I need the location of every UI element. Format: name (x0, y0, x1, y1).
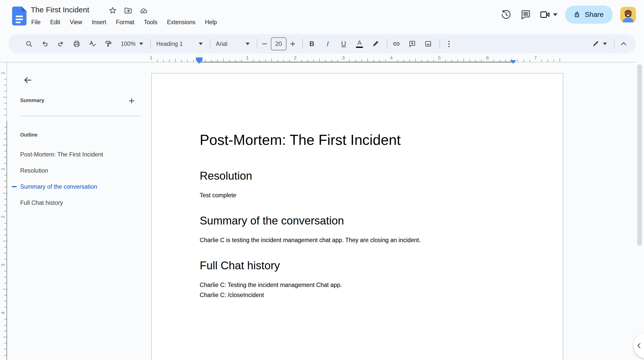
ruler-tick (397, 60, 398, 62)
doc-heading[interactable]: Full Chat history (200, 259, 517, 272)
menu-view[interactable]: View (69, 18, 83, 26)
ruler-tick (4, 343, 7, 343)
ruler-tick (253, 60, 254, 62)
editing-mode-select[interactable] (590, 37, 609, 51)
close-outline-button[interactable] (21, 74, 34, 87)
italic-button[interactable]: I (322, 37, 333, 51)
menu-file[interactable]: File (31, 18, 41, 26)
vruler-line-margin (7, 121, 7, 360)
bold-button[interactable]: B (306, 37, 317, 51)
paragraph-style-select[interactable]: Heading 1 (154, 37, 205, 51)
ruler-tick (445, 60, 446, 62)
document-page[interactable]: Post-Mortem: The First Incident Resoluti… (151, 73, 563, 360)
undo-button[interactable] (39, 37, 50, 51)
cloud-saved-icon[interactable] (139, 6, 148, 15)
font-caret (246, 43, 250, 45)
vertical-ruler[interactable]: 11234 (0, 62, 8, 360)
ruler-tick (325, 60, 326, 62)
insert-image-button[interactable] (423, 37, 434, 51)
ruler-tick (505, 60, 506, 62)
text-color-swatch (356, 47, 363, 48)
menu-edit[interactable]: Edit (50, 18, 61, 26)
print-button[interactable] (71, 37, 82, 51)
ruler-number: 3 (342, 55, 345, 61)
add-comment-button[interactable] (407, 37, 418, 51)
kebab-icon (448, 41, 450, 47)
doc-heading[interactable]: Resolution (200, 169, 517, 182)
link-icon (393, 40, 400, 48)
vertical-scrollbar[interactable] (637, 64, 642, 246)
history-icon (501, 9, 512, 20)
star-icon[interactable] (108, 6, 117, 15)
increase-font-size-button[interactable] (289, 37, 297, 51)
ruler-tick (361, 60, 362, 62)
doc-heading-title[interactable]: Post-Mortem: The First Incident (200, 131, 517, 149)
first-line-indent-marker[interactable] (196, 57, 202, 60)
ruler-tick (4, 181, 7, 181)
outline-item[interactable]: Summary of the conversation (20, 179, 139, 195)
ruler-tick (3, 145, 7, 145)
ruler-tick (271, 58, 272, 62)
ruler-tick (223, 58, 224, 62)
ruler-tick (523, 60, 524, 62)
ruler-tick (355, 60, 356, 62)
google-docs-logo[interactable] (12, 7, 26, 25)
redo-button[interactable] (55, 37, 66, 51)
doc-section: Summary of the conversation Charlie C is… (200, 214, 517, 245)
horizontal-ruler[interactable]: 11234567 (0, 55, 644, 62)
menu-help[interactable]: Help (204, 18, 217, 26)
add-summary-button[interactable]: + (125, 94, 138, 107)
text-color-label: A (358, 40, 362, 46)
document-body[interactable]: Post-Mortem: The First Incident Resoluti… (152, 74, 563, 300)
paint-format-button[interactable] (103, 37, 114, 51)
doc-paragraph[interactable]: Charlie C is testing the incident manage… (200, 235, 517, 245)
outline-item[interactable]: Post-Mortem: The First Incident (20, 146, 139, 162)
meet-call-button[interactable] (539, 9, 558, 20)
menu-insert[interactable]: Insert (91, 18, 107, 26)
zoom-caret (139, 43, 143, 45)
account-avatar[interactable] (620, 7, 636, 22)
underline-button[interactable]: U (338, 37, 349, 51)
doc-paragraph[interactable]: Test complete (200, 190, 517, 200)
ruler-tick (4, 91, 7, 91)
share-button[interactable]: Share (565, 6, 613, 24)
highlight-color-button[interactable] (370, 37, 381, 51)
ruler-tick (4, 247, 7, 247)
document-title[interactable]: The First Incident (31, 6, 89, 14)
font-select[interactable]: Arial (214, 37, 252, 51)
move-folder-icon[interactable] (124, 6, 132, 15)
outline-item[interactable]: Resolution (20, 162, 139, 179)
ruler-number: 2 (0, 216, 6, 218)
menu-format[interactable]: Format (115, 18, 135, 26)
doc-section: Full Chat history Charlie C: Testing the… (200, 259, 517, 300)
doc-paragraph[interactable]: Charlie C: /closeIncident (200, 290, 517, 300)
spellcheck-button[interactable] (87, 37, 98, 51)
doc-heading[interactable]: Summary of the conversation (200, 214, 517, 227)
zoom-select[interactable]: 100% (119, 37, 145, 51)
hide-menus-button[interactable] (618, 37, 629, 51)
menu-tools[interactable]: Tools (143, 18, 158, 26)
font-size-input[interactable]: 20 (271, 37, 286, 50)
ruler-tick (4, 199, 7, 200)
menu-extensions[interactable]: Extensions (166, 18, 196, 26)
spellcheck-icon (89, 40, 96, 48)
more-options-button[interactable] (444, 37, 455, 51)
decrease-font-size-button[interactable] (261, 37, 268, 51)
ruler-tick (229, 60, 230, 62)
comments-button[interactable] (520, 6, 532, 24)
ruler-tick (307, 60, 308, 62)
text-color-button[interactable]: A (354, 37, 365, 51)
meet-dropdown-caret[interactable] (553, 13, 558, 16)
collapse-side-panel-button[interactable] (633, 333, 644, 359)
left-indent-marker[interactable] (196, 57, 202, 64)
ruler-tick (331, 60, 332, 62)
right-indent-marker[interactable] (510, 60, 516, 64)
font-value: Arial (216, 41, 227, 47)
ruler-tick (385, 60, 386, 62)
outline-item[interactable]: Full Chat history (20, 195, 139, 211)
doc-paragraph[interactable]: Charlie C: Testing the incident manageme… (200, 280, 517, 290)
ruler-tick (187, 60, 188, 62)
insert-link-button[interactable] (391, 37, 402, 51)
version-history-button[interactable] (500, 6, 512, 24)
search-menus-button[interactable] (23, 37, 35, 51)
